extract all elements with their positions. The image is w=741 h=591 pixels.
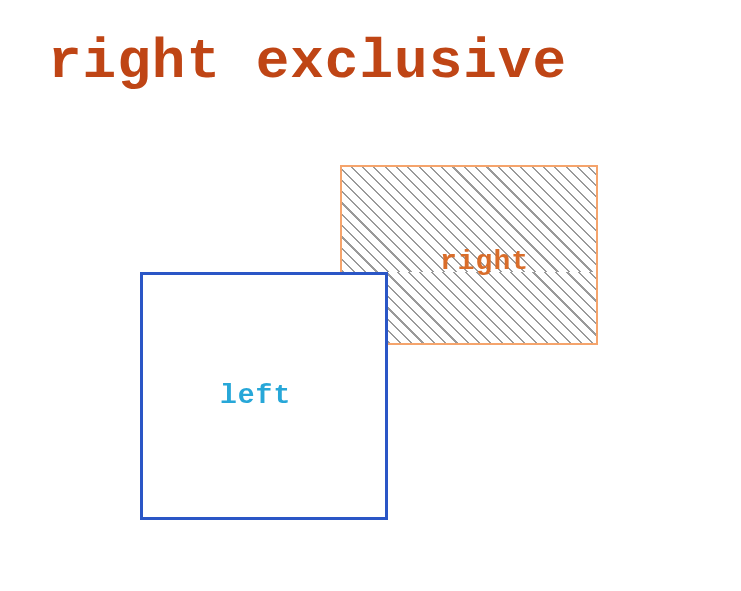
right-set-label: right <box>440 246 529 277</box>
left-set-label: left <box>220 380 291 411</box>
diagram-canvas: right exclusive right left <box>0 0 741 591</box>
diagram-title: right exclusive <box>48 30 567 94</box>
